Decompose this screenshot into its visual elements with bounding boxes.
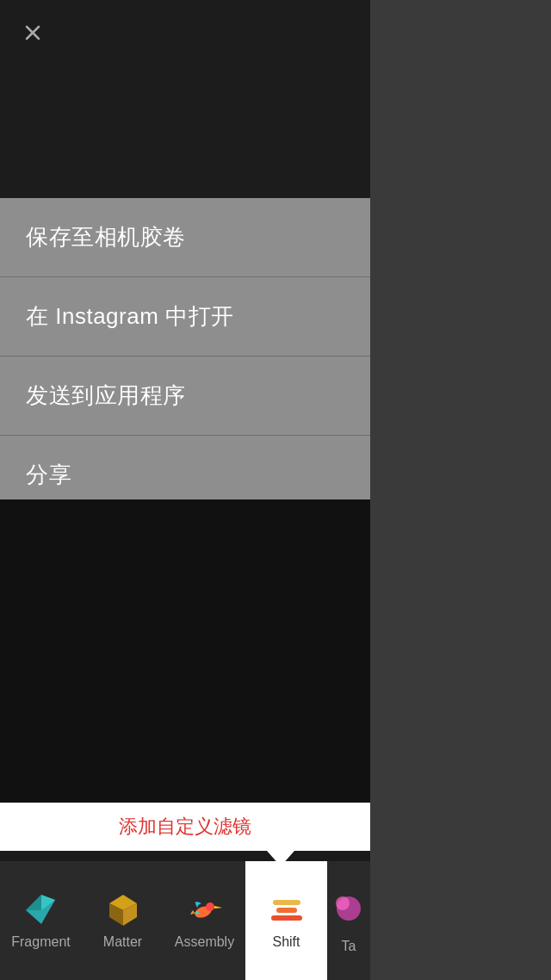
top-area xyxy=(0,0,370,198)
svg-rect-12 xyxy=(273,900,300,905)
tab-matter-label: Matter xyxy=(103,934,142,950)
tab-assembly-label: Assembly xyxy=(175,934,234,950)
tab-shift-label: Shift xyxy=(272,934,300,950)
tab-shift[interactable]: Shift xyxy=(245,861,327,980)
close-button[interactable] xyxy=(19,19,46,47)
menu-item-save-camera[interactable]: 保存至相机胶卷 xyxy=(0,198,370,277)
add-filter-bar[interactable]: 添加自定义滤镜 xyxy=(0,803,370,851)
svg-point-10 xyxy=(206,902,214,911)
svg-point-16 xyxy=(336,896,350,910)
matter-icon xyxy=(104,891,142,929)
right-panel xyxy=(370,0,551,980)
shift-icon xyxy=(268,891,306,929)
menu-item-send-to-app[interactable]: 发送到应用程序 xyxy=(0,357,370,436)
menu-item-open-instagram[interactable]: 在 Instagram 中打开 xyxy=(0,277,370,357)
svg-marker-11 xyxy=(214,906,222,909)
tab-assembly[interactable]: Assembly xyxy=(164,861,245,980)
tab-fragment-label: Fragment xyxy=(11,934,70,950)
tab-bar: Fragment Matter xyxy=(0,861,370,980)
assembly-icon xyxy=(186,891,224,929)
menu-container: 保存至相机胶卷 在 Instagram 中打开 发送到应用程序 分享 xyxy=(0,198,370,514)
svg-rect-13 xyxy=(276,908,297,913)
svg-marker-3 xyxy=(26,895,41,910)
tab-ta[interactable]: Ta xyxy=(327,861,370,980)
ta-icon xyxy=(327,887,370,933)
tab-matter[interactable]: Matter xyxy=(82,861,164,980)
svg-rect-14 xyxy=(271,915,302,921)
dark-content-area xyxy=(0,499,370,827)
tab-ta-label: Ta xyxy=(342,939,356,954)
tab-fragment[interactable]: Fragment xyxy=(0,861,82,980)
add-filter-text: 添加自定义滤镜 xyxy=(119,814,251,840)
fragment-icon xyxy=(22,891,60,929)
